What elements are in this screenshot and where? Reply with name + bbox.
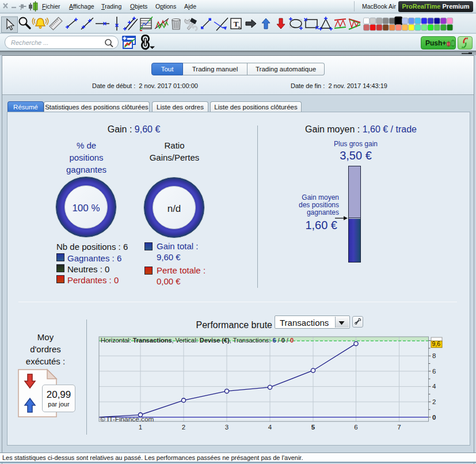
svg-text:4: 4 xyxy=(432,383,436,390)
svg-text:5: 5 xyxy=(311,424,315,431)
svg-text:© IT-Finance.com: © IT-Finance.com xyxy=(100,415,154,423)
svg-text:7: 7 xyxy=(397,424,401,431)
svg-text:6: 6 xyxy=(432,368,436,375)
svg-text:8: 8 xyxy=(432,352,436,359)
svg-text:T: T xyxy=(234,20,239,28)
svg-text:2: 2 xyxy=(432,398,436,405)
svg-text:3: 3 xyxy=(225,424,229,431)
svg-text:Horizontal: Transactions, Vert: Horizontal: Transactions, Vertical: Devi… xyxy=(101,337,294,344)
svg-text:0: 0 xyxy=(432,414,436,421)
svg-text:4: 4 xyxy=(268,424,272,431)
svg-text:6: 6 xyxy=(354,424,357,431)
svg-text:1: 1 xyxy=(139,424,142,431)
svg-text:2: 2 xyxy=(182,424,185,431)
svg-text:9,6: 9,6 xyxy=(432,340,441,347)
